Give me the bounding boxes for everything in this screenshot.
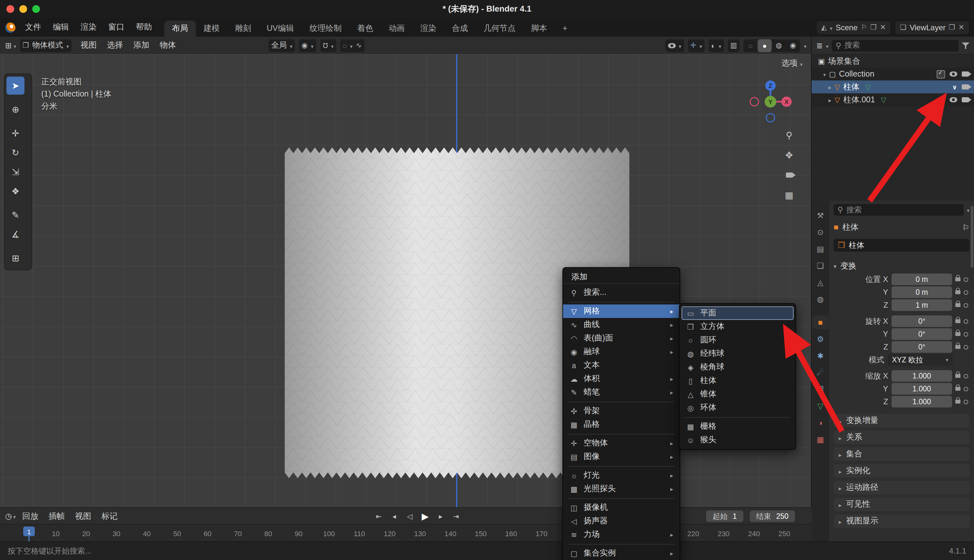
outliner-item-scene-collection[interactable]: ▣ 场景集合 — [812, 55, 974, 68]
menubar-menu[interactable]: 文件 — [19, 20, 47, 35]
collapsed-section[interactable]: 实例化 — [834, 464, 969, 478]
scale-tool[interactable]: ⇲ — [7, 163, 25, 181]
timeline-menu[interactable]: 标记 — [96, 511, 123, 522]
timeline-menu[interactable]: 视图 — [70, 511, 96, 522]
collapsed-section[interactable]: 视图显示 — [834, 514, 969, 528]
menu-item[interactable]: △ 锥体 — [680, 387, 795, 401]
menu-item[interactable]: ▦ 晶格 — [563, 418, 680, 431]
workspace-tab[interactable]: 建模 — [196, 21, 227, 37]
menu-item[interactable]: ☼ 灯光 ▸ — [563, 468, 680, 482]
workspace-tab[interactable]: UV编辑 — [259, 21, 302, 37]
minimize-window-button[interactable] — [19, 5, 27, 13]
pin-scene-icon[interactable]: ⚐ — [861, 23, 867, 32]
value-field[interactable]: 1.000 — [891, 370, 952, 382]
menu-item[interactable]: ○ 圆环 — [680, 333, 795, 347]
cursor-tool[interactable]: ⊕ — [7, 100, 25, 118]
editor-type-button[interactable]: ⊞ — [5, 41, 16, 50]
menu-item[interactable]: ✣ 骨架 — [563, 404, 680, 418]
camera-view-icon[interactable] — [781, 167, 797, 183]
play-reverse-button[interactable]: ◁ — [403, 510, 416, 523]
viewlayer-selector[interactable]: ❏ ViewLayer ❐ ✕ — [895, 21, 969, 34]
value-field[interactable]: 1.000 — [891, 383, 952, 395]
zoom-icon[interactable]: ⚲ — [781, 127, 797, 143]
menu-item[interactable]: ◈ 棱角球 — [680, 360, 795, 374]
scene-name[interactable]: Scene — [835, 23, 857, 32]
menu-item[interactable]: ▯ 柱体 — [680, 374, 795, 387]
menu-item[interactable]: ☁ 体积 ▸ — [563, 372, 680, 385]
value-field[interactable]: 0° — [891, 328, 952, 340]
lock-icon[interactable] — [955, 277, 961, 281]
animate-dot[interactable] — [964, 277, 968, 282]
animate-dot[interactable] — [964, 374, 968, 378]
outliner-editor-icon[interactable]: ≣ — [816, 41, 823, 50]
data-tab[interactable]: ▽ — [812, 399, 829, 413]
disable-render-icon[interactable] — [962, 72, 969, 77]
menu-item[interactable]: ⚲ 搜索... — [563, 286, 680, 299]
menu-item[interactable]: ≋ 力场 ▸ — [563, 528, 680, 541]
menu-item[interactable]: ▭ 平面 — [682, 307, 794, 320]
rendered-shading-button[interactable]: ◉ — [786, 39, 800, 52]
collapsed-section[interactable]: 运动路径 — [834, 481, 969, 494]
menubar-menu[interactable]: 帮助 — [130, 20, 158, 35]
menu-item[interactable]: ▩ 光照探头 ▸ — [563, 482, 680, 496]
workspace-tab[interactable]: 动画 — [381, 21, 413, 37]
viewport-menu[interactable]: 选择 — [102, 40, 128, 51]
move-tool[interactable]: ✛ — [7, 124, 25, 142]
value-field[interactable]: 0 m — [891, 287, 952, 298]
new-viewlayer-icon[interactable]: ❐ — [949, 23, 955, 32]
solid-shading-button[interactable]: ● — [758, 39, 772, 52]
particles-tab[interactable]: ✱ — [812, 349, 829, 362]
tool-tab[interactable]: ⚒ — [812, 208, 829, 222]
workspace-tab[interactable]: 渲染 — [413, 21, 444, 37]
blender-logo-icon[interactable] — [5, 22, 15, 33]
lock-icon[interactable] — [955, 345, 961, 349]
menu-item[interactable]: ◎ 环体 — [680, 401, 795, 415]
frame-start-field[interactable]: 起始 1 — [706, 510, 743, 522]
world-tab[interactable]: ◍ — [812, 292, 829, 306]
lock-icon[interactable] — [955, 290, 961, 294]
output-tab[interactable]: ▤ — [812, 242, 829, 255]
lock-icon[interactable] — [955, 400, 961, 403]
physics-tab[interactable]: ☄ — [812, 366, 829, 379]
outliner-item-collection[interactable]: ▢ Collection — [812, 68, 974, 80]
collapsed-section[interactable]: 变换增量 — [834, 414, 969, 427]
playhead[interactable]: 1 — [23, 527, 35, 536]
annotate-tool[interactable]: ✎ — [7, 206, 25, 224]
proportional-edit-controls[interactable]: ◌ ∿ — [340, 39, 364, 52]
exclude-checkbox[interactable] — [937, 70, 945, 78]
menu-item[interactable]: ▦ 栅格 — [680, 420, 795, 433]
pin-icon[interactable]: ⚐ — [962, 222, 969, 232]
scene-selector[interactable]: ◭ Scene ⚐ ❐ ✕ — [817, 21, 890, 34]
play-button[interactable]: ▶ — [419, 510, 432, 523]
remove-viewlayer-icon[interactable]: ✕ — [959, 23, 964, 32]
pivot-selector[interactable]: ◉ — [299, 39, 316, 52]
viewport-menu[interactable]: 物体 — [155, 40, 181, 51]
menu-item[interactable]: ▢ 集合实例 ▸ — [563, 547, 680, 560]
menu-item[interactable]: a 文本 — [563, 358, 680, 372]
measure-tool[interactable]: ∡ — [7, 225, 25, 243]
lock-icon[interactable] — [955, 332, 961, 336]
menu-item[interactable]: ◁ 扬声器 — [563, 514, 680, 528]
wireframe-shading-button[interactable]: ◌ — [743, 39, 758, 52]
prev-keyframe-button[interactable]: ◂ — [388, 510, 401, 523]
workspace-tab[interactable]: 布局 — [164, 21, 196, 37]
browse-scene-icon[interactable] — [830, 23, 832, 32]
collapsed-section[interactable]: 集合 — [834, 447, 969, 461]
menu-item[interactable]: ☺ 猴头 — [680, 433, 795, 447]
collapsed-section[interactable]: 关系 — [834, 431, 969, 444]
properties-filter-icon[interactable] — [967, 205, 969, 214]
timeline-editor-icon[interactable]: ◷ — [5, 512, 12, 521]
lock-icon[interactable] — [955, 374, 961, 378]
material-tab[interactable]: ◑ — [812, 416, 829, 429]
outliner-search-input[interactable]: ⚲ 搜索 — [832, 40, 959, 51]
menubar-menu[interactable]: 窗口 — [102, 20, 130, 35]
animate-dot[interactable] — [964, 290, 968, 295]
falloff-icon[interactable]: ∿ — [356, 41, 362, 50]
animate-dot[interactable] — [964, 387, 968, 391]
workspace-tab[interactable]: 着色 — [349, 21, 381, 37]
animate-dot[interactable] — [964, 319, 968, 323]
viewlayer-name[interactable]: ViewLayer — [910, 23, 946, 32]
collapsed-section[interactable]: 可见性 — [834, 498, 969, 511]
outliner-item-cylinder-001[interactable]: ▽ 柱体.001 ▽ — [812, 93, 974, 106]
close-window-button[interactable] — [7, 5, 14, 13]
